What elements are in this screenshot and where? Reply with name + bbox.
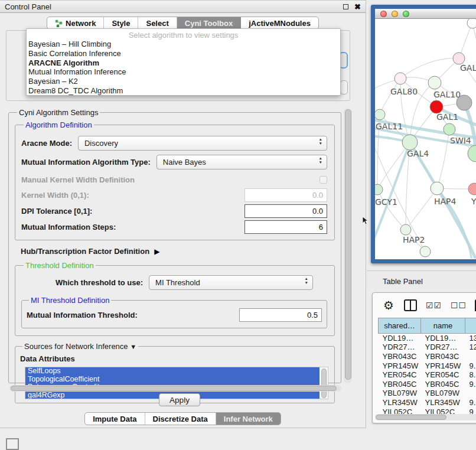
kernel-width-input[interactable]: 0.0 [244,188,327,202]
stepper-arrows-icon: ▲▼ [319,138,322,145]
list-scrollbar[interactable] [321,368,327,399]
dropdown-item[interactable]: ARACNE Algorithm [27,58,340,68]
network-node[interactable] [375,109,385,120]
gear-icon[interactable]: ⚙ [383,298,394,312]
table-column-header[interactable]: shared… [379,318,421,334]
network-node[interactable] [468,183,476,195]
minimize-traffic-icon[interactable] [392,11,398,17]
table-row[interactable]: YPR145WYPR145W9. [379,361,476,370]
network-edge[interactable] [400,58,459,79]
dpi-tolerance-input[interactable]: 0.0 [244,204,327,218]
mi-steps-input[interactable]: 6 [244,220,327,234]
split-pane-icon[interactable] [404,299,417,311]
dpi-tolerance-label: DPI Tolerance [0,1]: [21,207,92,216]
network-node-label: GAL80 [390,87,418,96]
threshold-definition-group: Threshold Definition Which threshold to … [15,261,335,336]
table-cell: YDL19… [421,334,465,343]
network-view-window[interactable]: GALGAL80GAL10GAL1GAL11SWI4GAL4GCY1HAP4YH… [371,5,476,263]
dropdown-item[interactable]: Basic Correlation Inference [27,49,340,58]
apply-button[interactable]: Apply [159,393,200,406]
network-node[interactable] [444,123,455,135]
manual-kernel-checkbox[interactable] [319,176,327,184]
tab-style[interactable]: Style [104,17,138,29]
table-cell: 13 [465,334,476,343]
network-node[interactable] [400,224,411,235]
table-cell: YDR27… [379,343,421,352]
table-column-header[interactable]: name [421,318,465,334]
tab-impute-data[interactable]: Impute Data [85,413,145,425]
kernel-width-value: 0.0 [312,191,323,200]
table-cell: YER054C [421,370,465,380]
aracne-mode-value: Discovery [84,139,118,148]
dropdown-item[interactable]: Bayesian – Hill Climbing [27,40,340,49]
dropdown-item[interactable]: Bayesian – K2 [27,77,340,86]
float-icon[interactable] [343,4,348,9]
table-horizontal-scrollbar[interactable] [375,414,476,420]
deselect-all-checkboxes-icon[interactable]: ☐☐ [451,301,467,310]
kernel-width-label: Kernel Width (0,1): [21,191,89,200]
control-panel-titlebar: Control Panel ✖ [0,1,366,13]
network-node[interactable] [375,184,383,195]
network-node[interactable] [453,53,465,64]
network-edge[interactable] [380,79,400,115]
network-node[interactable] [402,135,418,150]
table-row[interactable]: YBL079WYBL079W [379,389,476,398]
mi-threshold-input[interactable]: 0.5 [239,308,322,322]
table-row[interactable]: YBR045CYBR045C9. [379,379,476,389]
network-window-titlebar [375,9,476,19]
data-attributes-label: Data Attributes [20,354,328,363]
close-traffic-icon[interactable] [380,11,387,17]
dropdown-item[interactable]: Dream8 DC_TDC Algorithm [27,86,340,96]
mi-type-select[interactable]: Naive Bayes ▲▼ [157,155,327,169]
settings-vertical-scrollbar[interactable] [344,108,352,383]
tab-network[interactable]: Network [47,17,104,29]
tab-discretize-data[interactable]: Discretize Data [145,413,216,425]
tab-cyni-toolbox[interactable]: Cyni Toolbox [177,17,241,29]
table-row[interactable]: YER054CYER054C8. [379,370,476,380]
aracne-mode-select[interactable]: Discovery ▲▼ [78,136,327,151]
network-icon [55,19,63,27]
control-panel: Control Panel ✖ Network Style Select Cyn… [0,0,366,428]
table-cell: YLR345W [379,398,421,407]
tab-infer-network[interactable]: Infer Network [216,413,281,425]
table-cell: YBR043C [421,352,465,361]
select-all-checkboxes-icon[interactable]: ☑☑ [426,301,442,310]
hub-definition-expander[interactable]: Hub/Transcription Factor Definition ▶ [21,247,335,256]
table-row[interactable]: YBR043CYBR043C [379,352,476,361]
network-node[interactable] [420,246,431,257]
table-panel-title: Table Panel [383,277,423,286]
zoom-traffic-icon[interactable] [403,11,409,17]
settings-horizontal-scrollbar[interactable] [9,385,341,392]
network-edge[interactable] [437,129,449,188]
mi-threshold-value: 0.5 [307,311,318,319]
table-row[interactable]: YLR345WYLR345W9. [379,398,476,407]
network-node[interactable] [395,73,406,84]
sources-title-label: Sources for Network Inference [24,342,128,351]
table-cell [465,389,476,398]
hidden-combo-fragment [340,80,348,94]
network-node[interactable] [428,76,441,89]
network-node[interactable] [430,100,443,113]
network-node-label: HAP4 [434,197,457,206]
network-node[interactable] [431,182,444,195]
stepper-arrows-icon: ▲▼ [319,156,322,164]
table-row[interactable]: YDL19…YDL19…13 [379,334,476,343]
network-canvas[interactable]: GALGAL80GAL10GAL1GAL11SWI4GAL4GCY1HAP4YH… [375,19,476,259]
collapsed-panel-icon[interactable] [6,438,19,450]
network-node[interactable] [457,95,472,110]
table-cell: YER054C [379,370,421,380]
dropdown-item[interactable]: Mutual Information Inference [27,67,340,77]
attribute-list-item[interactable]: SelfLoops [25,367,319,376]
table-row[interactable]: YDR27…YDR27…12 [379,343,476,352]
which-threshold-select[interactable]: MI Threshold ▲▼ [149,275,313,290]
tab-jactivemnodules[interactable]: jActiveMNodules [241,17,318,29]
sources-title[interactable]: Sources for Network Inference ▼ [22,342,138,351]
close-icon[interactable]: ✖ [354,2,361,11]
which-threshold-label: Which threshold to use: [56,278,143,287]
control-panel-tabbar: Network Style Select Cyni Toolbox jActiv… [0,17,366,30]
table-column-header[interactable]: A [465,318,476,334]
tab-select[interactable]: Select [138,17,177,29]
network-node[interactable] [467,19,476,28]
tab-label: Impute Data [93,415,136,423]
attribute-list-item[interactable]: TopologicalCoefficient [25,376,319,384]
